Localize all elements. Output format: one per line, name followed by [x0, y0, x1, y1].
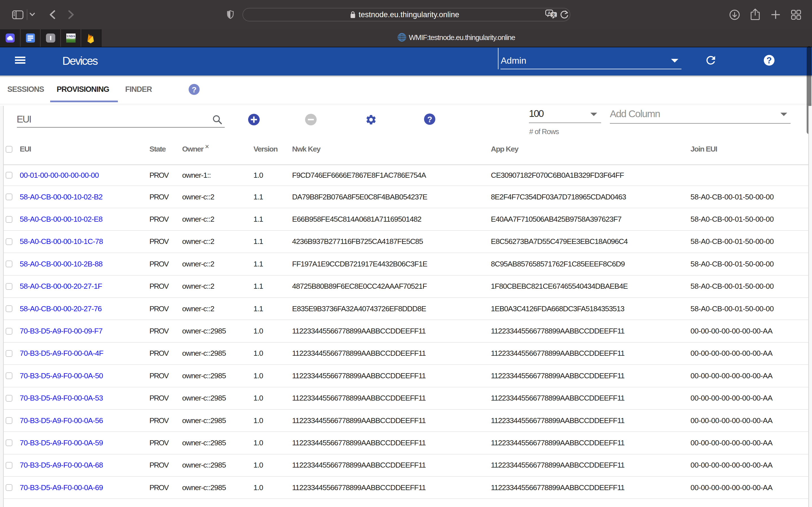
svg-text:A: A: [548, 10, 551, 15]
svg-text:USDA: USDA: [67, 34, 75, 38]
svg-text:文: 文: [552, 13, 556, 17]
